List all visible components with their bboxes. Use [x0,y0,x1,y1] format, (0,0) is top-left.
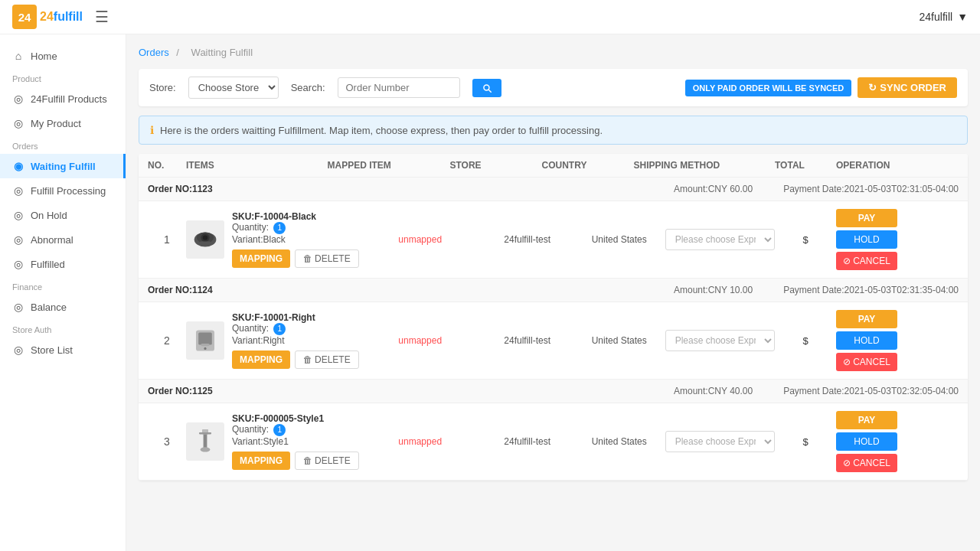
circle-icon-5: ◎ [12,233,24,246]
order-group-1124: Order NO:1124 Amount:CNY 10.00 Payment D… [139,279,968,380]
country-2: United States [573,335,665,346]
store-label: Store: [149,82,176,93]
col-mapped: MAPPED ITEM [328,160,450,171]
sidebar-item-fulfill-processing[interactable]: ◎ Fulfill Processing [0,178,126,203]
cancel-label-3: CANCEL [853,458,890,468]
search-button[interactable] [472,79,501,97]
item-variant-2: Variant:Right [232,335,359,346]
product-image-3 [190,426,220,457]
breadcrumb-separator: / [176,47,181,58]
operations-1: PAY HOLD ⊘ CANCEL [836,209,959,270]
search-input[interactable] [338,77,460,98]
hold-button-3[interactable]: HOLD [836,432,897,451]
cancel-button-3[interactable]: ⊘ CANCEL [836,454,897,472]
hold-button-2[interactable]: HOLD [836,331,897,350]
item-details-1: SKU:F-10004-Black Quantity: 1 Variant:Bl… [186,211,359,268]
col-total: TOTAL [775,160,836,171]
sidebar-section-orders: Orders [0,135,126,154]
delete-button-2[interactable]: 🗑 DELETE [295,350,359,369]
svg-point-7 [204,347,206,350]
sidebar-item-24fulfill-products[interactable]: ◎ 24Fulfill Products [0,86,126,111]
order-header-1124: Order NO:1124 Amount:CNY 10.00 Payment D… [139,279,968,302]
product-image-2 [190,325,220,356]
sidebar-processing-label: Fulfill Processing [31,185,106,197]
sidebar-section-finance: Finance [0,276,126,295]
mapped-status-2: unmapped [359,335,482,346]
mapping-button-2[interactable]: MAPPING [232,350,290,369]
sidebar-section-store-auth: Store Auth [0,319,126,337]
mapping-button-3[interactable]: MAPPING [232,452,290,470]
sidebar-myproduct-label: My Product [31,118,81,129]
sidebar-item-home[interactable]: ⌂ Home [0,44,126,68]
order-payment-1124: Payment Date:2021-05-03T02:31:35-04:00 [783,285,959,295]
order-amount-1124: Amount:CNY 10.00 [674,285,753,295]
sidebar-item-abnormal[interactable]: ◎ Abnormal [0,227,126,252]
delete-button-1[interactable]: 🗑 DELETE [295,249,359,268]
item-info-2: SKU:F-10001-Right Quantity: 1 Variant:Ri… [232,312,359,369]
variant-val-2: Right [263,335,284,346]
hold-button-1[interactable]: HOLD [836,230,897,249]
store-select[interactable]: Choose Store [188,77,279,99]
col-shipping: SHIPPING METHOD [634,160,776,171]
orders-table: NO. ITEMS MAPPED ITEM STORE COUNTRY SHIP… [139,154,968,481]
circle-icon-7: ◎ [12,301,24,313]
cancel-button-1[interactable]: ⊘ CANCEL [836,252,897,270]
logo-name: 24fulfill [40,10,83,24]
cancel-button-2[interactable]: ⊘ CANCEL [836,353,897,371]
item-variant-3: Variant:Style1 [232,436,359,447]
sidebar-item-on-hold[interactable]: ◎ On Hold [0,203,126,227]
store-name-1: 24fulfill-test [482,234,573,245]
item-qty-1: Quantity: 1 [232,222,359,234]
sync-order-button[interactable]: ↻ SYNC ORDER [858,77,957,98]
sidebar-item-balance[interactable]: ◎ Balance [0,295,126,319]
menu-icon[interactable]: ☰ [95,8,109,26]
only-paid-button[interactable]: ONLY PAID ORDER WILL BE SYNCED [685,80,852,96]
item-actions-3: MAPPING 🗑 DELETE [232,452,359,470]
store-name-3: 24fulfill-test [482,436,573,447]
item-details-2: SKU:F-10001-Right Quantity: 1 Variant:Ri… [186,312,359,369]
sidebar-item-fulfilled[interactable]: ◎ Fulfilled [0,252,126,276]
item-no-2: 2 [148,334,186,347]
sidebar-onhold-label: On Hold [31,210,67,221]
cancel-label-1: CANCEL [853,256,890,266]
circle-icon-3: ◎ [12,184,24,197]
pay-button-1[interactable]: PAY [836,209,897,227]
info-banner: ℹ Here is the orders waitting Fulfillmen… [139,116,968,145]
shipping-select-2[interactable]: Please choose Express Method [665,330,775,351]
sidebar: ⌂ Home Product ◎ 24Fulfill Products ◎ My… [0,34,126,551]
table-header: NO. ITEMS MAPPED ITEM STORE COUNTRY SHIP… [139,154,968,178]
item-sku-1: SKU:F-10004-Black [232,211,359,222]
shipping-select-1[interactable]: Please choose Express Method [665,229,775,250]
user-menu[interactable]: 24fulfill ▼ [920,11,968,23]
circle-icon-4: ◎ [12,209,24,221]
total-3: $ [775,436,836,448]
logo-number: 24 [18,11,31,23]
sidebar-abnormal-label: Abnormal [31,234,74,246]
shipping-method-1: Please choose Express Method [665,229,775,250]
country-3: United States [573,436,665,447]
shipping-select-3[interactable]: Please choose Express Method [665,431,775,452]
pay-button-3[interactable]: PAY [836,411,897,429]
cancel-icon-1: ⊘ [843,256,851,266]
svg-point-10 [201,447,211,452]
item-image-3 [186,422,224,461]
sidebar-item-my-product[interactable]: ◎ My Product [0,111,126,135]
sidebar-item-waiting-fulfill[interactable]: ◉ Waiting Fulfill [0,154,126,178]
svg-rect-6 [198,333,212,345]
item-sku-3: SKU:F-000005-Style1 [232,413,359,424]
header: 24 24fulfill ☰ 24fulfill ▼ [0,0,980,34]
main-content: Orders / Waitting Fulfill Store: Choose … [126,34,980,551]
toolbar-right: ONLY PAID ORDER WILL BE SYNCED ↻ SYNC OR… [685,77,957,98]
mapping-button-1[interactable]: MAPPING [232,249,290,268]
order-group-1123: Order NO:1123 Amount:CNY 60.00 Payment D… [139,178,968,279]
delete-button-3[interactable]: 🗑 DELETE [295,452,359,470]
product-image-1 [190,224,220,255]
sidebar-item-store-list[interactable]: ◎ Store List [0,337,126,362]
info-banner-text: Here is the orders waitting Fulfillment.… [160,125,603,136]
breadcrumb-orders-link[interactable]: Orders [139,47,169,58]
search-label: Search: [291,82,325,93]
col-operation: OPERATION [836,160,959,171]
qty-badge-1: 1 [273,222,286,234]
pay-button-2[interactable]: PAY [836,310,897,328]
circle-icon-6: ◎ [12,258,24,270]
